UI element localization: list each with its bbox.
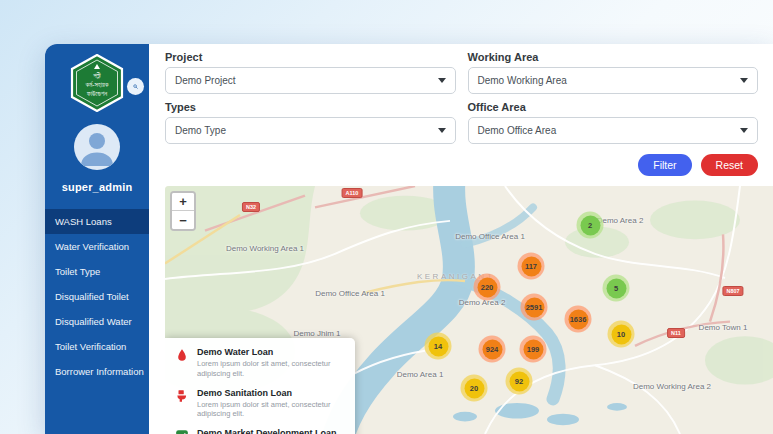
project-field: Project Demo Project <box>165 51 456 94</box>
map-cluster-marker[interactable]: 220 <box>474 274 501 301</box>
office-area-select-value: Demo Office Area <box>478 125 557 136</box>
map-zoom-control: + − <box>170 191 196 231</box>
working-area-select[interactable]: Demo Working Area <box>468 67 759 94</box>
sanitation-icon <box>175 388 190 420</box>
sidebar-item-wash-loans[interactable]: WASH Loans <box>45 209 149 234</box>
zoom-out-button[interactable]: − <box>172 211 194 229</box>
svg-text:পল্লী: পল্লী <box>93 72 101 79</box>
legend-items: Demo Water LoanLorem ipsum dolor sit ame… <box>175 347 345 434</box>
map-cluster-marker[interactable]: 14 <box>425 333 452 360</box>
office-area-select[interactable]: Demo Office Area <box>468 117 759 144</box>
map-area-label: Demo Jhim 1 <box>293 329 340 338</box>
water-drop-icon <box>175 347 190 379</box>
legend-item-description: Lorem ipsum dolor sit amet, consectetur … <box>197 359 345 379</box>
market-development-icon <box>175 428 190 434</box>
svg-text:কর্ম-সহায়ক: কর্ম-সহায়ক <box>85 80 109 88</box>
sidebar-search-button[interactable] <box>127 78 144 95</box>
map-area-label: Demo Town 1 <box>699 323 748 332</box>
app-window: পল্লী কর্ম-সহায়ক ফাউন্ডেশন super_admin … <box>45 44 773 434</box>
map-area-label: Demo Area 1 <box>397 370 444 379</box>
logo-area: পল্লী কর্ম-সহায়ক ফাউন্ডেশন <box>45 44 149 118</box>
chevron-down-icon <box>438 78 446 83</box>
map-area-label: Demo Office Area 1 <box>315 289 385 298</box>
map-cluster-marker[interactable]: 2591 <box>521 294 548 321</box>
pksf-logo: পল্লী কর্ম-সহায়ক ফাউন্ডেশন <box>69 54 125 112</box>
types-select[interactable]: Demo Type <box>165 117 456 144</box>
map[interactable]: + − Demo Working Area 1Demo Office Area … <box>165 186 773 434</box>
legend-item-title: Demo Sanitation Loan <box>197 388 345 398</box>
chevron-down-icon <box>438 128 446 133</box>
legend-item: Demo Sanitation LoanLorem ipsum dolor si… <box>175 388 345 420</box>
working-area-label: Working Area <box>468 51 759 63</box>
map-cluster-marker[interactable]: 199 <box>520 336 547 363</box>
types-label: Types <box>165 101 456 113</box>
map-cluster-marker[interactable]: 92 <box>506 368 533 395</box>
filter-button[interactable]: Filter <box>638 154 691 176</box>
user-icon <box>74 124 120 170</box>
office-area-label: Office Area <box>468 101 759 113</box>
map-area-label: Demo Working Area 2 <box>633 382 711 391</box>
map-cluster-marker[interactable]: 924 <box>479 336 506 363</box>
legend-item-description: Lorem ipsum dolor sit amet, consectetur … <box>197 400 345 420</box>
legend-item: Demo Water LoanLorem ipsum dolor sit ame… <box>175 347 345 379</box>
sidebar: পল্লী কর্ম-সহায়ক ফাউন্ডেশন super_admin … <box>45 44 149 434</box>
map-legend: Demo Water LoanLorem ipsum dolor sit ame… <box>165 338 355 434</box>
chevron-down-icon <box>740 78 748 83</box>
map-cluster-marker[interactable]: 117 <box>518 253 545 280</box>
types-field: Types Demo Type <box>165 101 456 144</box>
sidebar-item-disqualified-water[interactable]: Disqualified Water <box>45 309 149 334</box>
road-shield-badge: N807 <box>722 286 743 296</box>
sidebar-item-toilet-type[interactable]: Toilet Type <box>45 259 149 284</box>
project-select-value: Demo Project <box>175 75 236 86</box>
types-select-value: Demo Type <box>175 125 226 136</box>
sidebar-nav: WASH LoansWater VerificationToilet TypeD… <box>45 209 149 384</box>
legend-item-title: Demo Water Loan <box>197 347 345 357</box>
working-area-field: Working Area Demo Working Area <box>468 51 759 94</box>
project-label: Project <box>165 51 456 63</box>
project-select[interactable]: Demo Project <box>165 67 456 94</box>
search-icon <box>133 82 138 91</box>
main-content: Project Demo Project Working Area Demo W… <box>149 44 773 434</box>
map-area-label: Demo Area 2 <box>597 216 644 225</box>
zoom-in-button[interactable]: + <box>172 193 194 211</box>
sidebar-item-toilet-verification[interactable]: Toilet Verification <box>45 334 149 359</box>
legend-item: Demo Market Development LoanLorem ipsum … <box>175 428 345 434</box>
map-area-label: Demo Working Area 1 <box>226 244 304 253</box>
map-cluster-marker[interactable]: 10 <box>608 321 635 348</box>
reset-button[interactable]: Reset <box>701 154 758 176</box>
map-cluster-marker[interactable]: 20 <box>461 375 488 402</box>
filter-form: Project Demo Project Working Area Demo W… <box>165 51 773 144</box>
sidebar-item-disqualified-toilet[interactable]: Disqualified Toilet <box>45 284 149 309</box>
map-area-label: Demo Office Area 1 <box>455 232 525 241</box>
sidebar-item-water-verification[interactable]: Water Verification <box>45 234 149 259</box>
working-area-select-value: Demo Working Area <box>478 75 567 86</box>
office-area-field: Office Area Demo Office Area <box>468 101 759 144</box>
chevron-down-icon <box>740 128 748 133</box>
map-cluster-marker[interactable]: 1636 <box>565 306 592 333</box>
username: super_admin <box>45 181 149 193</box>
road-shield-badge: A110 <box>342 188 363 198</box>
legend-item-title: Demo Market Development Loan <box>197 428 345 434</box>
map-cluster-marker[interactable]: 2 <box>577 212 604 239</box>
road-shield-badge: N11 <box>667 328 685 338</box>
svg-text:ফাউন্ডেশন: ফাউন্ডেশন <box>86 90 108 97</box>
sidebar-item-borrower-information[interactable]: Borrower Information <box>45 359 149 384</box>
avatar[interactable] <box>74 124 120 170</box>
road-shield-badge: N32 <box>242 202 260 212</box>
map-cluster-marker[interactable]: 5 <box>603 275 630 302</box>
filter-actions: Filter Reset <box>165 154 758 176</box>
